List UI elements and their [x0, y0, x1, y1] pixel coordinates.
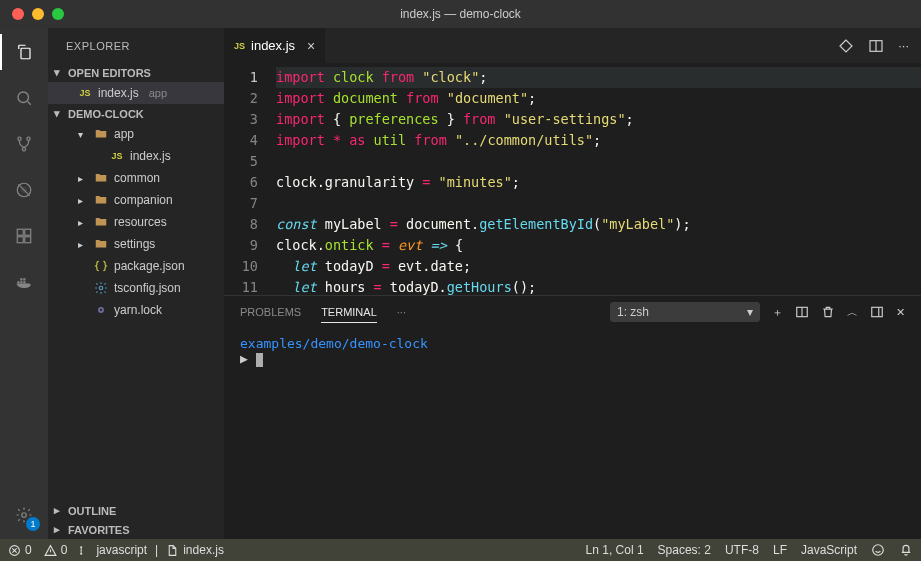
status-bar: 0 0 javascript | index.js Ln 1, Col 1 Sp… [0, 539, 921, 561]
terminal-body[interactable]: examples/demo/demo-clock ▶ [224, 328, 921, 539]
feedback-icon[interactable] [871, 543, 885, 557]
chevron-icon: ▾ [78, 129, 88, 140]
toggle-panel-icon[interactable] [870, 305, 884, 319]
svg-point-24 [80, 552, 82, 554]
file-item[interactable]: yarn.lock [48, 299, 224, 321]
file-tree: ▾appJSindex.js▸common▸companion▸resource… [48, 123, 224, 321]
status-cursor-position[interactable]: Ln 1, Col 1 [586, 543, 644, 557]
svg-point-1 [18, 137, 21, 140]
js-file-icon: JS [78, 86, 92, 100]
new-terminal-icon[interactable]: ＋ [772, 305, 783, 320]
tree-item-label: app [114, 127, 134, 141]
chevron-icon: ▸ [78, 217, 88, 228]
js-file-icon: JS [234, 41, 245, 51]
status-encoding[interactable]: UTF-8 [725, 543, 759, 557]
split-terminal-icon[interactable] [795, 305, 809, 319]
more-actions-icon[interactable]: ··· [898, 38, 909, 53]
svg-rect-11 [20, 281, 22, 283]
folder-item[interactable]: ▾app [48, 123, 224, 145]
svg-rect-9 [25, 229, 31, 235]
line-gutter: 123456789101112 [224, 63, 276, 295]
tree-item-label: common [114, 171, 160, 185]
search-icon[interactable] [10, 84, 38, 112]
project-section[interactable]: ▾demo-clock [48, 104, 224, 123]
source-control-icon[interactable] [10, 130, 38, 158]
window-title: index.js — demo-clock [400, 7, 521, 21]
tree-item-label: settings [114, 237, 155, 251]
terminal-cursor [256, 353, 263, 367]
status-eol[interactable]: LF [773, 543, 787, 557]
notifications-icon[interactable] [899, 543, 913, 557]
open-editor-path: app [149, 87, 167, 99]
folder-icon [94, 193, 108, 207]
folder-item[interactable]: ▸settings [48, 233, 224, 255]
tree-item-label: companion [114, 193, 173, 207]
close-panel-icon[interactable]: ✕ [896, 306, 905, 319]
folder-item[interactable]: ▸companion [48, 189, 224, 211]
tree-item-label: resources [114, 215, 167, 229]
chevron-icon: ▸ [78, 195, 88, 206]
extensions-icon[interactable] [10, 222, 38, 250]
maximize-panel-icon[interactable]: ︿ [847, 305, 858, 320]
window-controls [12, 8, 64, 20]
file-item[interactable]: JSindex.js [48, 145, 224, 167]
file-item[interactable]: package.json [48, 255, 224, 277]
status-lang-server[interactable]: javascript | index.js [79, 543, 224, 557]
svg-point-5 [21, 187, 27, 193]
explorer-icon[interactable] [10, 38, 38, 66]
favorites-section[interactable]: ▸Favorites [48, 520, 224, 539]
close-window-button[interactable] [12, 8, 24, 20]
split-editor-icon[interactable] [868, 38, 884, 54]
docker-icon[interactable] [10, 268, 38, 296]
code-content[interactable]: import clock from "clock";import documen… [276, 63, 921, 295]
status-warnings[interactable]: 0 [44, 543, 68, 557]
main-area: 1 EXPLORER ▾Open Editors JS index.js app… [0, 28, 921, 539]
status-language[interactable]: JavaScript [801, 543, 857, 557]
lock-file-icon [94, 303, 108, 317]
folder-icon [94, 171, 108, 185]
open-editor-item[interactable]: JS index.js app [48, 82, 224, 104]
sidebar-title: EXPLORER [48, 28, 224, 63]
status-indentation[interactable]: Spaces: 2 [658, 543, 711, 557]
svg-rect-21 [872, 307, 883, 316]
terminal-prompt: ▶ [240, 351, 248, 366]
tab-actions: ··· [838, 28, 921, 63]
tab-bar: JS index.js × ··· [224, 28, 921, 63]
settings-gear-icon[interactable]: 1 [10, 501, 38, 529]
terminal-selector[interactable]: 1: zsh▾ [610, 302, 760, 322]
problems-tab[interactable]: PROBLEMS [240, 302, 301, 322]
status-errors[interactable]: 0 [8, 543, 32, 557]
folder-icon [94, 215, 108, 229]
panel-more-icon[interactable]: ··· [397, 302, 406, 322]
panel-tabs: PROBLEMS TERMINAL ··· 1: zsh▾ ＋ ︿ ✕ [224, 296, 921, 328]
tab-filename: index.js [251, 38, 295, 53]
tree-item-label: package.json [114, 259, 185, 273]
folder-icon [94, 237, 108, 251]
svg-rect-10 [17, 281, 19, 283]
open-editors-section[interactable]: ▾Open Editors [48, 63, 224, 82]
activity-bar: 1 [0, 28, 48, 539]
svg-rect-8 [25, 237, 31, 243]
outline-section[interactable]: ▸Outline [48, 501, 224, 520]
maximize-window-button[interactable] [52, 8, 64, 20]
editor-tab[interactable]: JS index.js × [224, 28, 326, 63]
terminal-tab[interactable]: TERMINAL [321, 302, 377, 323]
settings-badge: 1 [26, 517, 40, 531]
svg-point-0 [18, 92, 29, 103]
folder-item[interactable]: ▸common [48, 167, 224, 189]
code-editor[interactable]: 123456789101112 import clock from "clock… [224, 63, 921, 295]
debug-icon[interactable] [10, 176, 38, 204]
close-tab-icon[interactable]: × [307, 38, 315, 54]
js-file-icon: JS [110, 149, 124, 163]
json-file-icon [94, 259, 108, 273]
file-item[interactable]: tsconfig.json [48, 277, 224, 299]
kill-terminal-icon[interactable] [821, 305, 835, 319]
chevron-icon: ▸ [78, 173, 88, 184]
minimize-window-button[interactable] [32, 8, 44, 20]
svg-point-23 [80, 546, 82, 548]
terminal-cwd: examples/demo/demo-clock [240, 336, 428, 351]
diff-icon[interactable] [838, 38, 854, 54]
tree-item-label: index.js [130, 149, 171, 163]
svg-point-25 [873, 545, 884, 556]
folder-item[interactable]: ▸resources [48, 211, 224, 233]
